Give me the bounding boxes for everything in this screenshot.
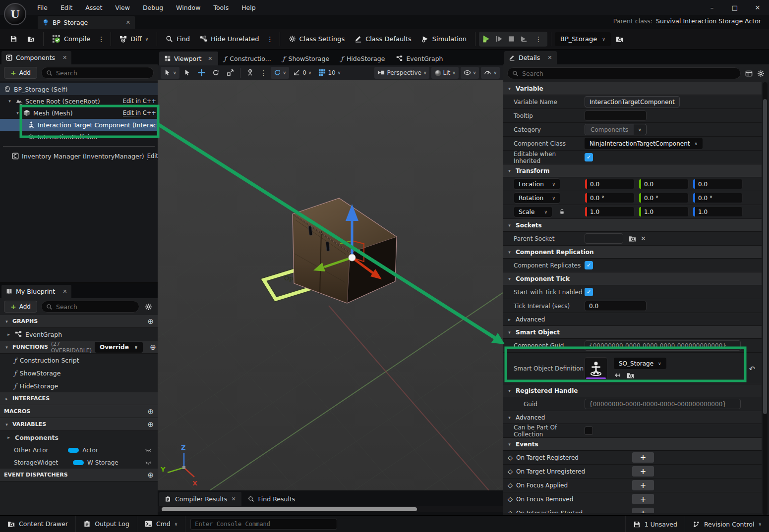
settings-button[interactable] [143,303,154,311]
storage-crate-mesh[interactable] [293,198,397,303]
move-tool[interactable] [195,67,208,79]
edit-link[interactable]: Edit [147,153,158,160]
tab-details[interactable]: Details ✕ [504,51,557,64]
scale-x-field[interactable]: 1.0 [585,207,635,217]
menu-edit[interactable]: Edit [54,0,79,15]
rotation-x-field[interactable]: 0.0 ° [585,193,635,203]
rotation-z-field[interactable]: 0.0 ° [693,193,743,203]
diff-button[interactable]: Diff ∨ [115,32,153,47]
scrollbar-thumb[interactable] [162,507,417,511]
simulation-button[interactable]: Simulation [416,32,472,47]
play-options-icon[interactable]: ⋮ [532,35,544,43]
interfaces-header[interactable]: ▸ INTERFACES [0,392,158,405]
add-component-button[interactable]: + Add [4,67,37,79]
revision-control-button[interactable]: Revision Control ∨ [685,516,769,532]
macros-header[interactable]: MACROS ⊕ [0,405,158,418]
menu-view[interactable]: View [109,0,136,15]
function-row-showstorage[interactable]: ƒ ShowStorage [0,367,158,379]
scale-y-field[interactable]: 1.0 [639,207,689,217]
function-row-construction-script[interactable]: ƒ Construction Script [0,354,158,367]
close-icon[interactable]: ✕ [547,54,552,61]
class-settings-button[interactable]: Class Settings [284,32,350,47]
tab-showstorage[interactable]: ƒ ShowStorage [277,52,335,65]
section-component-tick[interactable]: ▾Component Tick [503,272,762,285]
tab-construction-script[interactable]: ƒ Constructio... [219,52,277,65]
smart-object-definition-dropdown[interactable]: SO_Storage ∨ [614,358,666,369]
use-selected-icon[interactable] [614,372,621,379]
tab-eventgraph[interactable]: EventGraph [391,52,448,65]
rotation-y-field[interactable]: 0.0 ° [639,193,689,203]
caret-right-icon[interactable]: ▸ [6,332,11,337]
transform-options-icon[interactable]: ⋮ [258,69,270,77]
tab-find-results[interactable]: Find Results [242,492,301,506]
details-scrollbar[interactable] [763,82,768,515]
category-dropdown[interactable]: Components ∨ [585,124,647,135]
editable-checkbox[interactable]: ✓ [585,153,593,161]
location-x-field[interactable]: 0.0 [585,179,635,189]
smart-object-thumbnail[interactable] [585,357,607,380]
my-blueprint-search[interactable] [41,301,139,313]
close-icon[interactable]: ✕ [62,54,67,61]
add-event-button[interactable]: + [632,508,654,513]
tab-viewport[interactable]: Viewport ✕ [159,52,218,65]
close-icon[interactable]: ✕ [208,55,212,62]
scale-dropdown[interactable]: Scale∨ [514,206,552,217]
event-dispatchers-header[interactable]: EVENT DISPATCHERS ⊕ [0,469,158,481]
menu-debug[interactable]: Debug [136,0,170,15]
eventgraph-row[interactable]: ▸ EventGraph [0,328,158,341]
components-search[interactable] [41,67,154,79]
find-button[interactable]: Find [161,32,195,47]
camera-speed-dropdown[interactable]: ∨ [481,67,500,79]
add-event-button[interactable]: + [632,494,654,504]
play-button[interactable] [482,35,490,43]
section-registered-handle[interactable]: ▾Registered Handle [503,384,762,397]
section-sockets[interactable]: ▾Sockets [503,219,762,232]
add-graph-icon[interactable]: ⊕ [147,317,154,326]
menu-tools[interactable]: Tools [207,0,235,15]
variables-components-group[interactable]: ▸ Components [0,431,158,444]
tree-row-interaction-target[interactable]: Interaction Target Component (Interactio [0,119,158,131]
scrollbar-thumb[interactable] [763,99,767,414]
close-button[interactable]: ✕ [746,0,769,15]
world-local-toggle[interactable] [243,67,257,79]
parent-socket-field[interactable] [585,233,623,244]
select-tool[interactable] [180,67,194,79]
revert-icon[interactable]: ↶ [749,365,755,373]
close-icon[interactable]: ✕ [231,496,236,502]
console-command-input[interactable] [190,519,337,530]
compile-button[interactable]: Compile [47,32,95,47]
tree-row-mesh[interactable]: ▾ Mesh (Mesh) Edit in C++ [0,107,158,119]
variables-header[interactable]: ▾ VARIABLES ⊕ [0,418,158,431]
browse-debug-button[interactable] [611,32,628,47]
details-search[interactable] [507,67,741,79]
tab-hidestorage[interactable]: ƒ HideStorage [335,52,390,65]
replicates-checkbox[interactable]: ✓ [585,261,593,269]
variable-row-storagewidget[interactable]: StorageWidget W Storage [0,456,158,469]
add-macro-icon[interactable]: ⊕ [147,407,154,416]
folder-search-icon[interactable] [629,235,636,242]
close-icon[interactable]: ✕ [62,288,67,295]
show-dropdown[interactable]: ∨ [461,67,479,79]
viewport-3d-canvas[interactable]: Open [158,80,503,490]
location-dropdown[interactable]: Location∨ [514,178,560,190]
add-dispatcher-icon[interactable]: ⊕ [147,471,154,479]
unreal-logo[interactable]: U [4,3,26,25]
add-function-icon[interactable]: ⊕ [150,343,156,352]
tick-interval-field[interactable]: 0.0 [585,301,647,311]
add-event-button[interactable]: + [632,480,654,490]
menu-help[interactable]: Help [235,0,262,15]
section-smart-object[interactable]: ▾Smart Object [503,326,762,339]
location-y-field[interactable]: 0.0 [639,179,689,189]
add-variable-icon[interactable]: ⊕ [147,420,154,429]
tick-enabled-checkbox[interactable]: ✓ [585,288,593,296]
browse-button[interactable] [22,32,40,47]
rotation-dropdown[interactable]: Rotation∨ [514,192,560,204]
content-drawer-button[interactable]: Content Drawer [0,516,76,532]
variable-name-field[interactable]: InteractionTargetComponent [585,96,680,107]
tree-row-interaction-collision[interactable]: InteractionCollision [0,131,158,143]
section-transform[interactable]: ▾Transform [503,164,762,177]
compile-options-icon[interactable]: ⋮ [95,35,107,43]
tab-my-blueprint[interactable]: My Blueprint ✕ [1,285,71,298]
unsaved-button[interactable]: 1 Unsaved [625,516,685,532]
section-variable[interactable]: ▾Variable [503,82,762,95]
